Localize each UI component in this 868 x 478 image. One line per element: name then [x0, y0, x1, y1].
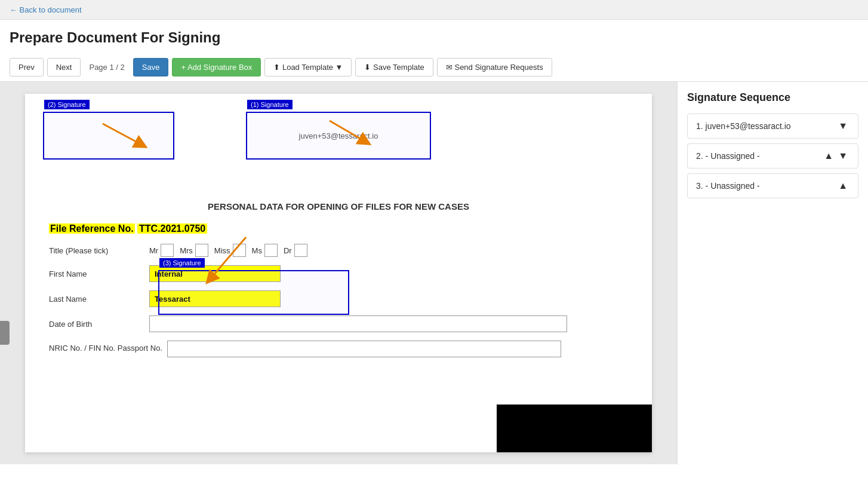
- back-link[interactable]: ← Back to document: [10, 5, 82, 14]
- signature-box-1[interactable]: (1) Signature juven+53@tessaract.io: [246, 112, 431, 160]
- seq-item-2: 2. - Unassigned - ▲ ▼: [687, 143, 858, 168]
- doc-header: PERSONAL DATA FOR OPENING OF FILES FOR N…: [49, 201, 628, 212]
- file-ref-value: TTC.2021.0750: [137, 223, 207, 234]
- seq-item-2-controls: ▲ ▼: [822, 151, 849, 161]
- seq-item-3-controls: ▲: [836, 181, 849, 191]
- title-mrs: Mrs: [180, 244, 208, 257]
- prev-button[interactable]: Prev: [10, 58, 44, 76]
- doc-page: (1) Signature juven+53@tessaract.io (2) …: [25, 94, 652, 452]
- ms-label: Ms: [252, 246, 262, 255]
- nric-row: NRIC No. / FIN No. Passport No.: [49, 341, 628, 357]
- toolbar: Prev Next Page 1 / 2 Save + Add Signatur…: [0, 53, 868, 82]
- file-ref: File Reference No. TTC.2021.0750: [49, 223, 628, 234]
- first-name-label: First Name: [49, 269, 144, 278]
- last-name-label: Last Name: [49, 295, 144, 304]
- mrs-checkbox[interactable]: [195, 244, 208, 257]
- seq-item-3-up[interactable]: ▲: [836, 181, 849, 191]
- title-mr: Mr: [149, 244, 174, 257]
- sidebar: Signature Sequence 1. juven+53@tessaract…: [677, 82, 868, 464]
- ms-checkbox[interactable]: [264, 244, 278, 257]
- seq-item-1-down[interactable]: ▼: [836, 121, 849, 131]
- seq-item-1: 1. juven+53@tessaract.io ▼: [687, 114, 858, 139]
- mr-label: Mr: [149, 246, 158, 255]
- seq-item-1-num: 1.: [696, 121, 703, 131]
- save-template-icon: ⬇: [364, 63, 371, 72]
- nric-label: NRIC No. / FIN No. Passport No.: [49, 341, 162, 353]
- top-bar: ← Back to document: [0, 0, 868, 20]
- seq-item-1-text: 1. juven+53@tessaract.io: [696, 121, 836, 131]
- signature-box-3[interactable]: (3) Signature: [158, 270, 349, 315]
- title-miss: Miss: [214, 244, 246, 257]
- load-template-icon: ⬆: [273, 63, 280, 72]
- seq-item-3-num: 3.: [696, 181, 703, 191]
- save-button[interactable]: Save: [133, 58, 169, 76]
- sig-email-1: juven+53@tessaract.io: [299, 131, 378, 140]
- miss-label: Miss: [214, 246, 230, 255]
- sidebar-title: Signature Sequence: [687, 91, 858, 104]
- title-ms: Ms: [252, 244, 278, 257]
- black-overlay: [497, 405, 652, 452]
- seq-item-2-label: - Unassigned -: [706, 151, 760, 161]
- dob-label: Date of Birth: [49, 320, 144, 329]
- next-button[interactable]: Next: [47, 58, 81, 76]
- title-row: Title (Please tick) Mr Mrs Miss: [49, 244, 628, 257]
- nric-input[interactable]: [167, 341, 561, 357]
- title-label: Title (Please tick): [49, 246, 144, 255]
- add-signature-box-button[interactable]: + Add Signature Box: [172, 58, 261, 76]
- seq-item-2-text: 2. - Unassigned -: [696, 151, 822, 161]
- sig-label-2: (2) Signature: [44, 100, 90, 109]
- sig-label-1: (1) Signature: [247, 100, 293, 109]
- seq-item-3: 3. - Unassigned - ▲: [687, 173, 858, 198]
- seq-item-3-label: - Unassigned -: [706, 181, 760, 191]
- title-dr: Dr: [284, 244, 307, 257]
- seq-item-1-label: juven+53@tessaract.io: [706, 121, 791, 131]
- dr-checkbox[interactable]: [294, 244, 307, 257]
- dr-label: Dr: [284, 246, 292, 255]
- miss-checkbox[interactable]: [233, 244, 246, 257]
- signature-box-2[interactable]: (2) Signature: [43, 112, 174, 160]
- page-title: Prepare Document For Signing: [0, 20, 868, 53]
- title-options: Mr Mrs Miss Ms: [149, 244, 307, 257]
- save-template-button[interactable]: ⬇ Save Template: [355, 58, 433, 76]
- seq-item-2-up[interactable]: ▲: [822, 151, 835, 161]
- mrs-label: Mrs: [180, 246, 193, 255]
- seq-item-3-text: 3. - Unassigned -: [696, 181, 836, 191]
- doc-area: (1) Signature juven+53@tessaract.io (2) …: [0, 82, 677, 464]
- sig-label-3: (3) Signature: [159, 258, 205, 268]
- dob-input[interactable]: [149, 315, 567, 332]
- seq-item-2-down[interactable]: ▼: [836, 151, 849, 161]
- main-layout: (1) Signature juven+53@tessaract.io (2) …: [0, 82, 868, 464]
- load-template-button[interactable]: ⬆ Load Template ▼: [264, 58, 352, 76]
- page-info: Page 1 / 2: [84, 63, 129, 72]
- chevron-down-icon: ▼: [335, 63, 343, 72]
- send-signature-requests-button[interactable]: ✉ Send Signature Requests: [437, 58, 552, 76]
- seq-item-1-controls: ▼: [836, 121, 849, 131]
- mr-checkbox[interactable]: [161, 244, 174, 257]
- dob-row: Date of Birth: [49, 315, 628, 332]
- seq-item-2-num: 2.: [696, 151, 703, 161]
- left-indicator: [0, 321, 10, 345]
